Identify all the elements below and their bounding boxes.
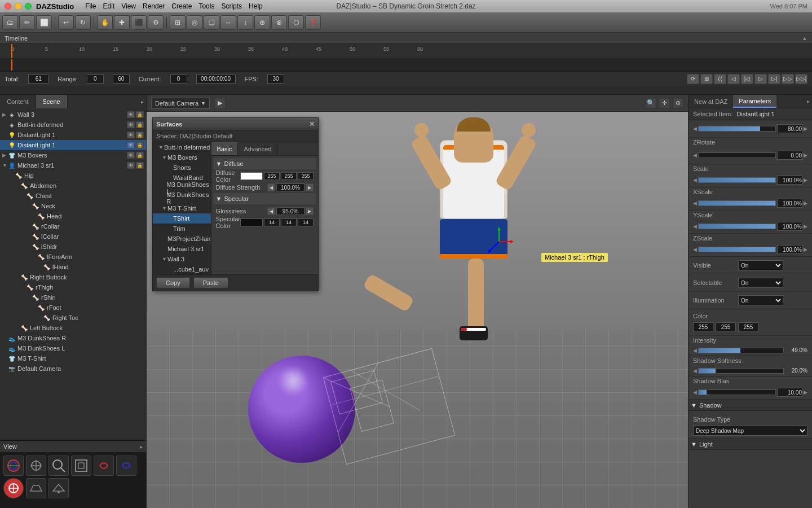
eye-icon-dl2[interactable]: 👁 (127, 132, 135, 138)
toolbar-undo[interactable]: ↩ (58, 15, 74, 30)
toolbar-rotate[interactable]: ⬛ (131, 15, 147, 30)
menu-create[interactable]: Create (171, 2, 192, 10)
tree-item-m3boxers[interactable]: ▶ 👕 M3 Boxers 👁 🔒 (0, 150, 146, 160)
diffuse-color-swatch[interactable] (240, 172, 263, 180)
bias-slider[interactable] (698, 389, 776, 395)
menu-view[interactable]: View (121, 2, 136, 10)
paste-button[interactable]: Paste (193, 277, 228, 288)
light-section-header[interactable]: ▼ Light (689, 439, 812, 450)
yscale-value[interactable] (777, 222, 802, 231)
tree-item-lcollar[interactable]: 🦴 lCollar (0, 231, 146, 242)
diffuse-r[interactable] (264, 172, 280, 180)
surf-item-m3projectzhair[interactable]: M3ProjectZHair (153, 234, 211, 244)
tree-item-defaultcamera[interactable]: 📷 Default Camera (0, 364, 146, 374)
surf-item-wall3[interactable]: ▼ Wall 3 (153, 254, 211, 264)
fast-forward[interactable]: ▷| (768, 74, 780, 84)
tree-item-abdomen[interactable]: 🦴 Abdomen (0, 181, 146, 191)
menu-render[interactable]: Render (143, 2, 165, 10)
fps-value[interactable] (267, 75, 284, 84)
tree-item-leftbuttock[interactable]: 🦴 Left Buttock (0, 323, 146, 333)
zscale-slider[interactable] (698, 247, 776, 252)
visible-select[interactable]: OnOff (738, 260, 783, 270)
toolbar-move[interactable]: ✚ (114, 15, 130, 30)
zrotate1-left-arrow[interactable]: ◀ (693, 126, 697, 132)
xscale-left-arrow[interactable]: ◀ (693, 200, 697, 206)
diffuse-strength-input[interactable] (276, 183, 304, 191)
tree-item-rcollar[interactable]: 🦴 rCollar (0, 221, 146, 231)
lock-icon-wall3[interactable]: 🔒 (136, 111, 144, 118)
tab-parameters[interactable]: Parameters (733, 95, 776, 108)
tree-item-lfore[interactable]: 🦴 lForeArm (0, 252, 146, 262)
right-panel-expand[interactable]: ▸ (807, 98, 810, 104)
play-back-btn[interactable]: ⊞ (700, 74, 713, 84)
tree-item-wall3[interactable]: ▶ ◈ Wall 3 👁 🔒 (0, 110, 146, 120)
view-rotate[interactable] (3, 456, 24, 476)
menu-edit[interactable]: Edit (103, 2, 115, 10)
shadow-section-header[interactable]: ▼ Shadow (689, 400, 812, 411)
range-to[interactable] (113, 75, 130, 84)
view-extra1[interactable] (26, 478, 46, 498)
prev-key[interactable]: ⟨⟨ (714, 74, 726, 84)
color-b[interactable] (738, 322, 758, 331)
zscale-left-arrow[interactable]: ◀ (693, 247, 697, 252)
viewport-canvas[interactable]: Michael 3 sr1 : rThigh Surfaces ✕ Shader… (147, 112, 688, 508)
zrotate2-value[interactable] (777, 151, 802, 160)
viewport-move[interactable]: ✛ (659, 98, 670, 109)
specular-g[interactable] (281, 218, 297, 226)
loop-end[interactable]: ▷▷| (795, 74, 807, 84)
color-r[interactable] (693, 322, 713, 331)
surf-item-m3boxers[interactable]: ▼ M3 Boxers (153, 152, 211, 163)
xscale-value[interactable] (777, 199, 802, 208)
specular-r[interactable] (264, 218, 280, 226)
diffuse-strength-minus[interactable]: ◀ (267, 183, 275, 191)
surf-item-michael3sr1[interactable]: Michael 3 sr1 (153, 244, 211, 254)
copy-button[interactable]: Copy (156, 277, 190, 288)
zrotate1-slider[interactable] (698, 126, 776, 132)
toolbar-arrows[interactable]: ↔ (220, 15, 236, 30)
toolbar-geom[interactable]: ❑ (204, 15, 219, 30)
tree-item-buttindeformed[interactable]: ◈ Butt-in deformed 👁 🔒 (0, 120, 146, 130)
tab-scene[interactable]: Scene (36, 95, 68, 108)
zscale-right-arrow[interactable]: ▶ (804, 247, 807, 252)
tree-item-hip[interactable]: 🦴 Hip (0, 170, 146, 181)
loop-btn[interactable]: ⟳ (687, 74, 699, 84)
close-button[interactable] (5, 3, 11, 10)
view-frame[interactable] (71, 456, 91, 476)
eye-icon-boxers[interactable]: 👁 (127, 152, 135, 159)
surf-item-shorts[interactable]: Shorts (153, 163, 211, 173)
scale-right-arrow[interactable]: ▶ (804, 177, 807, 183)
diffuse-section-header[interactable]: ▼ Diffuse (214, 158, 316, 169)
zrotate1-right-arrow[interactable]: ▶ (804, 126, 807, 132)
tree-item-lshldr[interactable]: 🦴 lShldr (0, 242, 146, 252)
maximize-button[interactable] (25, 3, 32, 10)
tree-item-m3tshirt[interactable]: 👕 M3 T-Shirt (0, 353, 146, 364)
toolbar-edit[interactable]: ✏ (19, 15, 35, 30)
bias-left[interactable]: ◀ (693, 389, 697, 395)
play-preview-btn[interactable]: ▶ (214, 98, 226, 109)
scale-left-arrow[interactable]: ◀ (693, 177, 697, 183)
diffuse-strength-plus[interactable]: ▶ (306, 183, 314, 191)
tree-item-rightbuttock[interactable]: 🦴 Right Buttock (0, 272, 146, 282)
intensity-slider[interactable] (698, 348, 784, 353)
tab-content[interactable]: Content (0, 95, 36, 108)
view-expand[interactable]: ▸ (140, 444, 143, 450)
zrotate2-right-arrow[interactable]: ▶ (804, 152, 807, 158)
lock-icon-butt[interactable]: 🔒 (136, 121, 144, 128)
scale-slider[interactable] (698, 177, 776, 183)
toolbar-help[interactable]: ❓ (305, 15, 321, 30)
step-back[interactable]: ◁ (727, 74, 740, 84)
bias-right[interactable]: ▶ (804, 389, 807, 395)
lock-icon-dl1[interactable]: 🔒 (136, 142, 144, 148)
toolbar-cross[interactable]: ⊗ (271, 15, 287, 30)
surf-tab-advanced[interactable]: Advanced (238, 142, 277, 155)
surf-item-cube1auv[interactable]: ...cube1_auv (153, 264, 211, 274)
intensity-left[interactable]: ◀ (693, 348, 697, 353)
camera-selector[interactable]: Default Camera ▼ (151, 98, 210, 109)
tree-item-distantlight1[interactable]: 💡 DistantLight 1 👁 🔒 (0, 140, 146, 150)
scale-value[interactable] (777, 176, 802, 185)
toolbar-add[interactable]: ⊞ (170, 15, 186, 30)
menu-tools[interactable]: Tools (198, 2, 214, 10)
view-twist[interactable] (94, 456, 114, 476)
minimize-button[interactable] (15, 3, 21, 10)
tree-item-rthigh[interactable]: 🦴 rThigh (0, 282, 146, 292)
